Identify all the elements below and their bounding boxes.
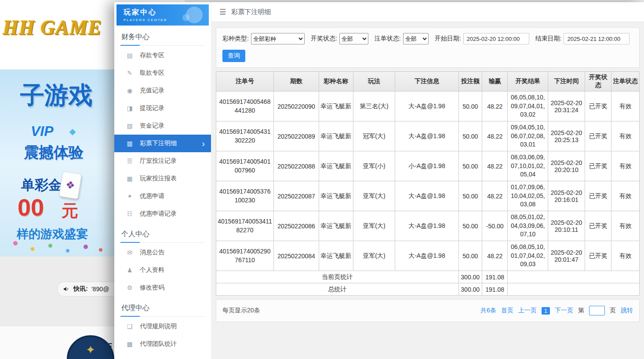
sidebar-item-lottery-bet-details[interactable]: ▥彩票下注明细› bbox=[114, 135, 211, 152]
menu-toggle-icon[interactable]: ☰ bbox=[219, 7, 226, 17]
sidebar-item-label: 存款专区 bbox=[140, 51, 164, 59]
confetti-dot bbox=[99, 248, 102, 252]
sidebar-item-withdraw-zone[interactable]: ✎取款专区 bbox=[114, 64, 211, 82]
sidebar-item-messages[interactable]: ✉消息公告 bbox=[114, 244, 211, 261]
sidebar-item-label: 玩家投注报表 bbox=[140, 175, 177, 183]
table-cell: 401569174005431302220 bbox=[216, 121, 274, 151]
table-cell: 有效 bbox=[611, 211, 640, 241]
column-header: 输赢 bbox=[482, 72, 507, 92]
jump-button[interactable]: 跳转 bbox=[621, 307, 633, 315]
table-cell: 48.22 bbox=[482, 151, 507, 181]
mahjong-tile-graphic: ❖ bbox=[59, 171, 82, 199]
table-cell: 401569174005341182270 bbox=[216, 211, 274, 241]
sidebar-item-recharge-records[interactable]: ◉充值记录 bbox=[114, 82, 211, 99]
sidebar-item-label: 代理规则说明 bbox=[140, 322, 177, 330]
sidebar-item-promo-apply-records[interactable]: ☷优惠申请记录 bbox=[114, 205, 211, 223]
sidebar-item-deposit-zone[interactable]: ▤存款专区 bbox=[114, 47, 211, 64]
recharge-records-icon: ◉ bbox=[126, 87, 134, 94]
banner-line-games: 子游戏 bbox=[20, 79, 93, 112]
sidebar-item-withdrawal-records[interactable]: ◨提现记录 bbox=[114, 99, 211, 117]
table-cell: 08,05,01,02,04,03,09,06,07,10 bbox=[508, 211, 548, 241]
table-cell: 有效 bbox=[611, 92, 640, 121]
sidebar-item-profile[interactable]: ♟个人资料 bbox=[114, 261, 211, 279]
table-cell: 已开奖 bbox=[585, 211, 611, 241]
sidebar-item-agent-rules[interactable]: ❏代理规则说明 bbox=[114, 318, 211, 335]
table-cell: 20250220088 bbox=[274, 151, 319, 181]
summary-empty bbox=[508, 283, 640, 296]
draw-status-select[interactable]: 全部 bbox=[339, 33, 368, 44]
table-cell: 20250220089 bbox=[274, 121, 319, 151]
table-cell: 大-A盘@1.98 bbox=[395, 241, 458, 271]
table-cell: 2025-02-20 20:31:24 bbox=[548, 92, 585, 121]
end-date-input[interactable] bbox=[564, 33, 629, 44]
bets-table-wrap: 注单号期数彩种名称玩法下注信息投注额输赢开奖结果下注时间开奖状态注单状态 401… bbox=[216, 71, 640, 296]
sidebar-item-funds-records[interactable]: ▧资金记录 bbox=[114, 117, 211, 135]
prev-page-link[interactable]: 上一页 bbox=[518, 307, 537, 315]
summary-winloss-total: 191.08 bbox=[482, 283, 507, 296]
summary-winloss-total: 191.08 bbox=[482, 271, 507, 283]
banner-line-feast: 样的游戏盛宴 bbox=[17, 226, 88, 242]
table-cell: 20250220087 bbox=[274, 181, 319, 211]
table-cell: -50.00 bbox=[482, 211, 507, 241]
confetti-dot bbox=[66, 249, 69, 253]
table-cell: 已开奖 bbox=[585, 121, 611, 151]
confetti-dot bbox=[31, 247, 34, 251]
sidebar-item-change-password[interactable]: ⚙修改密码 bbox=[114, 279, 211, 297]
sidebar: 玩家中心 PLAYERS CENTER 财务中心▤存款专区✎取款专区◉充值记录◨… bbox=[114, 2, 211, 359]
page-jump-suffix: 页 bbox=[610, 307, 616, 315]
table-cell: 50.00 bbox=[458, 181, 482, 211]
current-page-indicator[interactable]: 1 bbox=[542, 307, 550, 315]
table-cell: 已开奖 bbox=[585, 241, 611, 271]
sidebar-item-label: 消息公告 bbox=[140, 249, 164, 256]
table-cell: 大-A盘@1.98 bbox=[395, 92, 458, 121]
table-cell: 08,03,06,09,07,10,01,02,05,04 bbox=[508, 151, 548, 181]
table-cell: 大-A盘@1.98 bbox=[395, 211, 458, 241]
agent-rules-icon: ❏ bbox=[126, 323, 134, 330]
table-cell: 已开奖 bbox=[585, 151, 611, 181]
order-status-label: 注单状态: bbox=[375, 35, 401, 43]
content-body: 彩种类型: 全部彩种 开奖状态: 全部 注单状态: bbox=[211, 22, 644, 359]
table-cell: 50.00 bbox=[458, 121, 482, 151]
lottery-type-select[interactable]: 全部彩种 bbox=[251, 33, 305, 44]
column-header: 彩种名称 bbox=[319, 72, 353, 92]
order-status-select[interactable]: 全部 bbox=[403, 33, 429, 44]
promo-apply-records-icon: ☷ bbox=[126, 210, 134, 217]
speaker-icon bbox=[63, 286, 70, 293]
table-cell: 50.00 bbox=[458, 241, 482, 271]
banner-line-experience: 震撼体验 bbox=[24, 143, 84, 163]
table-cell: 幸运飞艇新 bbox=[319, 241, 353, 271]
next-page-link[interactable]: 下一页 bbox=[555, 307, 573, 315]
first-page-link[interactable]: 首页 bbox=[501, 307, 513, 315]
table-cell: 小-A盘@1.98 bbox=[395, 151, 458, 181]
column-header: 下注时间 bbox=[548, 72, 585, 92]
table-cell: 2025-02-20 20:01:47 bbox=[548, 241, 585, 271]
sidebar-nav: 财务中心▤存款专区✎取款专区◉充值记录◨提现记录▧资金记录▥彩票下注明细›☰厅室… bbox=[114, 28, 211, 353]
sidebar-item-label: 个人资料 bbox=[140, 266, 164, 274]
table-cell: 幸运飞艇新 bbox=[319, 181, 353, 211]
deposit-zone-icon: ▤ bbox=[126, 52, 134, 59]
start-date-input[interactable] bbox=[463, 33, 529, 44]
sidebar-item-player-bet-report[interactable]: ▦玩家投注报表 bbox=[114, 170, 211, 187]
sidebar-item-label: 充值记录 bbox=[140, 87, 164, 95]
diamond-icon: ◆ bbox=[69, 127, 76, 136]
withdrawal-records-icon: ◨ bbox=[126, 105, 134, 112]
player-bet-report-icon: ▦ bbox=[126, 175, 134, 182]
table-cell: 50.00 bbox=[458, 151, 482, 181]
search-button[interactable]: 查询 bbox=[222, 50, 245, 62]
sidebar-item-label: 取款专区 bbox=[140, 69, 164, 77]
section-title-personal: 个人中心 bbox=[120, 225, 205, 243]
summary-empty bbox=[508, 271, 640, 283]
table-cell: 亚军(小) bbox=[353, 151, 395, 181]
page-jump-input[interactable] bbox=[589, 306, 605, 315]
table-cell: 亚军(大) bbox=[353, 211, 395, 241]
sidebar-item-promo-apply[interactable]: ✦优惠申请 bbox=[114, 187, 211, 205]
table-cell: 2025-02-20 20:20:10 bbox=[548, 151, 585, 181]
change-password-icon: ⚙ bbox=[126, 284, 134, 291]
sidebar-item-agent-team-stats[interactable]: ▩代理团队统计 bbox=[114, 335, 211, 353]
sidebar-item-hall-bet-records[interactable]: ☰厅室投注记录 bbox=[114, 152, 211, 170]
bets-table: 注单号期数彩种名称玩法下注信息投注额输赢开奖结果下注时间开奖状态注单状态 401… bbox=[216, 71, 640, 296]
sidebar-header: 玩家中心 PLAYERS CENTER bbox=[116, 4, 209, 26]
table-cell: 亚军(大) bbox=[353, 241, 395, 271]
summary-label: 当前页统计 bbox=[216, 271, 459, 283]
column-header: 注单号 bbox=[216, 72, 274, 92]
